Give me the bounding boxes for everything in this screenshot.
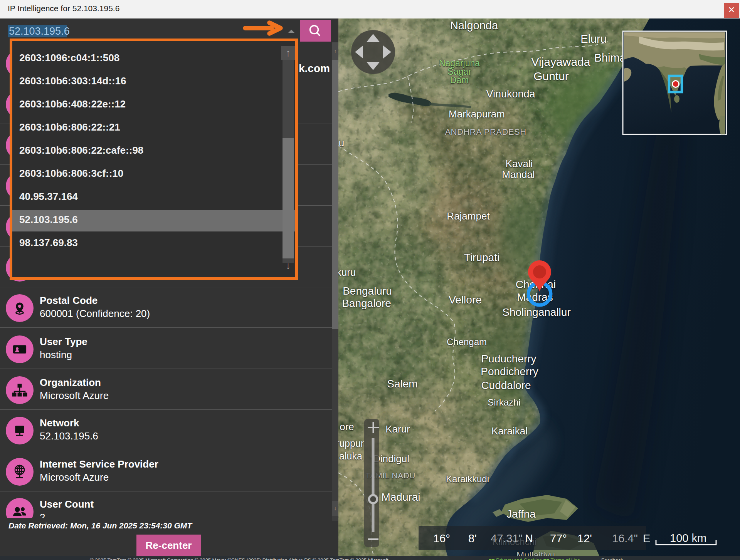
svg-text:Karaikkudi: Karaikkudi <box>446 474 489 484</box>
svg-text:Cuddalore: Cuddalore <box>481 379 531 391</box>
svg-text:47.31": 47.31" <box>491 532 523 545</box>
svg-text:Puducherry: Puducherry <box>481 353 536 365</box>
svg-text:Vinukonda: Vinukonda <box>486 88 535 100</box>
svg-text:Vijayawada: Vijayawada <box>531 55 590 68</box>
svg-text:Sholinganallur: Sholinganallur <box>502 306 570 318</box>
svg-text:Guntur: Guntur <box>533 70 569 82</box>
svg-text:Dam: Dam <box>450 75 469 85</box>
svg-text:N: N <box>525 532 533 545</box>
svg-text:ruppur: ruppur <box>338 438 364 449</box>
svg-text:16°: 16° <box>433 532 450 545</box>
svg-text:Rajampet: Rajampet <box>447 210 490 222</box>
svg-text:100 km: 100 km <box>670 532 706 544</box>
svg-text:12': 12' <box>577 532 592 545</box>
svg-text:Tirupati: Tirupati <box>464 251 500 263</box>
svg-text:Chengam: Chengam <box>447 337 487 347</box>
svg-text:Karaikal: Karaikal <box>491 425 528 437</box>
svg-text:Kavali: Kavali <box>506 158 533 169</box>
svg-text:Karur: Karur <box>385 423 410 435</box>
svg-text:Markapuram: Markapuram <box>449 108 505 120</box>
svg-text:Madurai: Madurai <box>381 491 420 503</box>
svg-text:E: E <box>643 532 650 545</box>
svg-text:Sirkazhi: Sirkazhi <box>488 397 520 407</box>
svg-text:Mandal: Mandal <box>502 169 535 180</box>
svg-text:Eluru: Eluru <box>580 33 607 45</box>
svg-text:Pondicherry: Pondicherry <box>481 366 538 377</box>
svg-text:77°: 77° <box>550 532 567 545</box>
svg-text:Vellore: Vellore <box>449 294 482 306</box>
svg-text:ANDHRA PRADESH: ANDHRA PRADESH <box>445 127 526 137</box>
svg-text:ore: ore <box>340 421 354 433</box>
svg-text:aluka: aluka <box>339 451 362 461</box>
svg-text:Salem: Salem <box>387 378 417 390</box>
svg-text:Jaffna: Jaffna <box>506 508 536 520</box>
svg-text:8': 8' <box>468 532 477 545</box>
svg-text:Nalgonda: Nalgonda <box>450 19 498 32</box>
svg-text:Bengaluru: Bengaluru <box>343 285 392 297</box>
svg-text:u: u <box>339 137 344 149</box>
svg-text:16.4": 16.4" <box>612 532 638 545</box>
svg-text:Bangalore: Bangalore <box>342 297 391 309</box>
svg-text:kuru: kuru <box>338 267 356 278</box>
